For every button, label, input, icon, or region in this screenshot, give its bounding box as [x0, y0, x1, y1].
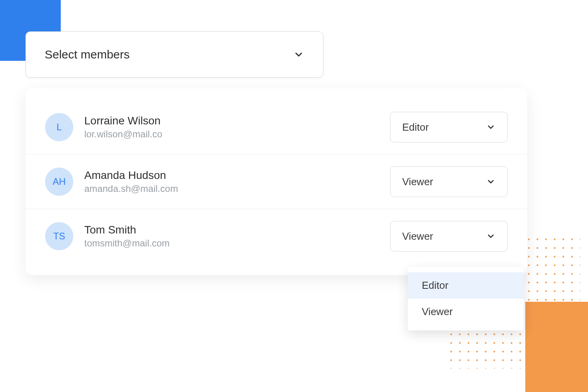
select-members-dropdown[interactable]: Select members: [25, 31, 323, 78]
member-email: tomsmith@mail.com: [84, 238, 170, 249]
role-label: Viewer: [402, 230, 433, 242]
member-name: Amanda Hudson: [84, 169, 178, 182]
member-left: TS Tom Smith tomsmith@mail.com: [45, 222, 170, 250]
role-option-viewer[interactable]: Viewer: [408, 299, 524, 325]
member-left: AH Amanda Hudson amanda.sh@mail.com: [45, 168, 178, 196]
role-option-editor[interactable]: Editor: [408, 272, 524, 299]
member-row: L Lorraine Wilson lor.wilson@mail.co Edi…: [25, 100, 527, 155]
role-dropdown-menu: Editor Viewer: [408, 267, 524, 330]
member-email: amanda.sh@mail.com: [84, 183, 178, 194]
member-info: Tom Smith tomsmith@mail.com: [84, 224, 170, 249]
member-left: L Lorraine Wilson lor.wilson@mail.co: [45, 113, 162, 141]
chevron-down-icon: [293, 49, 304, 60]
role-label: Editor: [402, 121, 429, 133]
role-select[interactable]: Viewer: [390, 221, 508, 252]
member-name: Lorraine Wilson: [84, 115, 162, 127]
member-email: lor.wilson@mail.co: [84, 129, 162, 140]
avatar: TS: [45, 222, 73, 250]
chevron-down-icon: [486, 232, 495, 241]
decorative-orange-square: [525, 302, 588, 392]
role-select[interactable]: Viewer: [390, 166, 508, 197]
avatar: L: [45, 113, 73, 141]
member-info: Lorraine Wilson lor.wilson@mail.co: [84, 115, 162, 140]
chevron-down-icon: [486, 177, 495, 186]
avatar: AH: [45, 168, 73, 196]
member-name: Tom Smith: [84, 224, 170, 236]
chevron-down-icon: [486, 122, 495, 132]
member-row: AH Amanda Hudson amanda.sh@mail.com View…: [25, 155, 527, 209]
member-row: TS Tom Smith tomsmith@mail.com Viewer: [25, 209, 527, 263]
member-info: Amanda Hudson amanda.sh@mail.com: [84, 169, 178, 194]
select-members-label: Select members: [45, 48, 130, 61]
role-select[interactable]: Editor: [390, 112, 508, 142]
role-label: Viewer: [402, 176, 433, 188]
members-panel: L Lorraine Wilson lor.wilson@mail.co Edi…: [25, 88, 527, 275]
